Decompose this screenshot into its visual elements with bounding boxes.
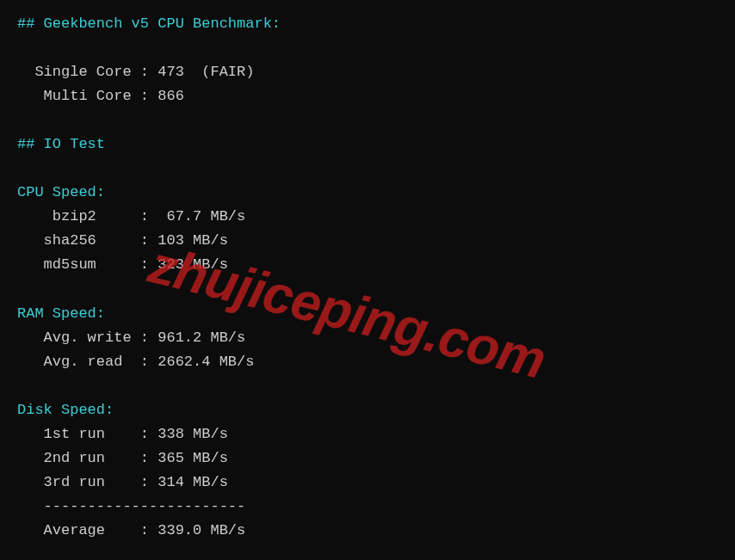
ram-write-line: Avg. write : 961.2 MB/s [17, 326, 718, 350]
blank-line [17, 36, 718, 60]
disk-run3-line: 3rd run : 314 MB/s [17, 471, 718, 495]
geekbench-header: ## Geekbench v5 CPU Benchmark: [17, 12, 718, 36]
disk-run1-line: 1st run : 338 MB/s [17, 422, 718, 446]
blank-line [17, 157, 718, 181]
multi-core-line: Multi Core : 866 [17, 84, 718, 108]
io-test-header: ## IO Test [17, 132, 718, 157]
md5sum-line: md5sum : 323 MB/s [17, 253, 718, 277]
sha256-line: sha256 : 103 MB/s [17, 229, 718, 253]
disk-run2-line: 2nd run : 365 MB/s [17, 446, 718, 471]
disk-average-line: Average : 339.0 MB/s [17, 519, 718, 543]
blank-line [17, 374, 718, 398]
blank-line [17, 278, 718, 302]
bzip2-line: bzip2 : 67.7 MB/s [17, 205, 718, 229]
disk-divider-line: ----------------------- [17, 495, 718, 519]
blank-line [17, 108, 718, 132]
single-core-line: Single Core : 473 (FAIR) [17, 60, 718, 84]
ram-speed-header: RAM Speed: [17, 302, 718, 326]
terminal-output: ## Geekbench v5 CPU Benchmark: Single Co… [17, 12, 718, 543]
disk-speed-header: Disk Speed: [17, 398, 718, 422]
ram-read-line: Avg. read : 2662.4 MB/s [17, 350, 718, 374]
cpu-speed-header: CPU Speed: [17, 181, 718, 205]
